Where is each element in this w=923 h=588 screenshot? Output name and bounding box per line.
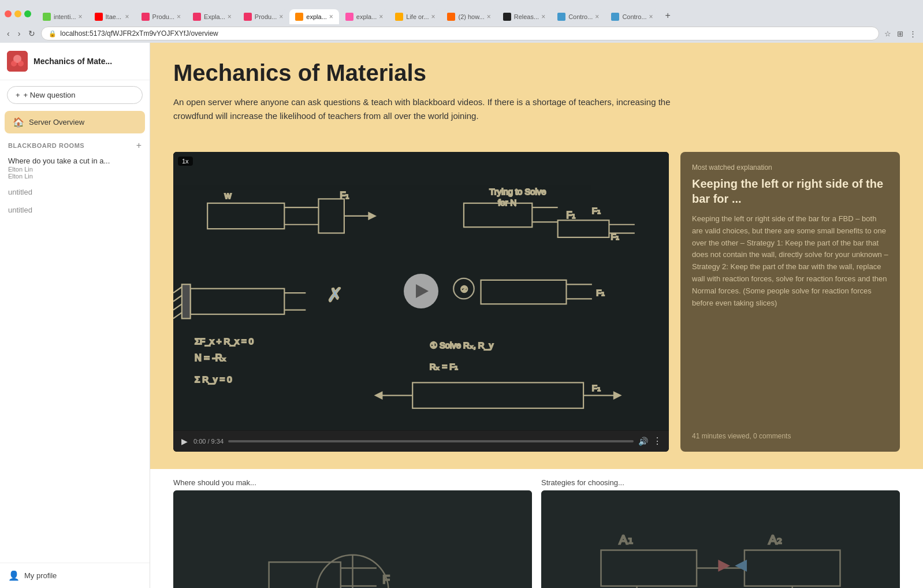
- svg-text:A₂: A₂: [768, 533, 782, 548]
- sidebar-untitled-1[interactable]: untitled: [0, 183, 150, 201]
- new-question-button[interactable]: + + New question: [7, 86, 143, 104]
- tab-title-life: Life or...: [406, 13, 429, 20]
- video-area: w F₁ F₁ Trying to Solve for N: [173, 152, 669, 431]
- tab-favicon-expla3: [345, 13, 353, 21]
- tab-close-intent[interactable]: ×: [79, 13, 83, 21]
- volume-button[interactable]: 🔊: [638, 437, 648, 446]
- tab-release[interactable]: Releas... ×: [497, 9, 551, 24]
- blackboard-rooms-label: BLACKBOARD ROOMS: [8, 142, 84, 149]
- svg-text:for N: for N: [498, 198, 516, 207]
- tab-intent[interactable]: intenti... ×: [37, 9, 88, 24]
- thumbnail-label-1: Where should you mak...: [173, 478, 532, 487]
- tab-favicon-intent: [43, 13, 51, 21]
- back-button[interactable]: ‹: [5, 28, 12, 39]
- tab-close-contro1[interactable]: ×: [595, 13, 599, 21]
- new-tab-button[interactable]: +: [660, 7, 676, 24]
- sidebar-header: Mechanics of Mate...: [0, 43, 150, 80]
- tab-title-expla2: expla...: [306, 13, 326, 20]
- tab-favicon-expla1: [193, 13, 201, 21]
- tab-close-expla2[interactable]: ×: [329, 13, 333, 21]
- address-bar[interactable]: 🔒 localhost:5173/qfWJFR2xTm9vYOJFXYfJ/ov…: [41, 27, 879, 40]
- sidebar: Mechanics of Mate... + + New question 🏠 …: [0, 43, 150, 588]
- play-button[interactable]: [404, 274, 438, 308]
- tab-title-expla3: expla...: [356, 13, 377, 20]
- tab-favicon-life: [395, 13, 403, 21]
- svg-rect-22: [182, 284, 191, 318]
- tab-favicon-contro1: [557, 13, 565, 21]
- svg-text:F: F: [382, 573, 390, 586]
- tab-close-life[interactable]: ×: [431, 13, 435, 21]
- sidebar-footer-profile[interactable]: 👤 My profile: [0, 563, 150, 588]
- server-overview-label: Server Overview: [29, 118, 84, 126]
- tab-close-contro2[interactable]: ×: [649, 13, 653, 21]
- tab-close-how[interactable]: ×: [487, 13, 491, 21]
- video-more-button[interactable]: ⋮: [653, 436, 662, 446]
- tab-close-expla1[interactable]: ×: [228, 13, 232, 21]
- tab-itae[interactable]: Itae... ×: [89, 9, 135, 24]
- thumbnail-item-1[interactable]: Where should you mak... F: [173, 478, 532, 588]
- most-watched-card: Most watched explanation Keeping the lef…: [680, 152, 900, 452]
- home-icon: 🏠: [13, 117, 24, 128]
- play-pause-button[interactable]: ▶: [180, 436, 189, 447]
- user-icon: 👤: [8, 570, 20, 581]
- svg-point-2: [11, 61, 17, 66]
- svg-text:A₁: A₁: [619, 533, 633, 548]
- tab-expla3[interactable]: expla... ×: [340, 9, 389, 24]
- address-bar-container: ‹ › ↻ 🔒 localhost:5173/qfWJFR2xTm9vYOJFX…: [0, 24, 923, 43]
- tab-title-contro1: Contro...: [568, 13, 593, 20]
- minimize-window-btn[interactable]: [14, 10, 21, 17]
- tab-close-itae[interactable]: ×: [125, 13, 129, 21]
- svg-text:Rₓ = F₁: Rₓ = F₁: [430, 362, 459, 371]
- thumbnail-row: Where should you mak... F: [173, 478, 900, 588]
- most-watched-description: Keeping the left or right side of the ba…: [692, 213, 888, 424]
- tab-favicon-yt: [95, 13, 103, 21]
- most-watched-stats: 41 minutes viewed, 0 comments: [692, 432, 888, 440]
- room-author2: Elton Lin: [8, 173, 142, 180]
- hero-section: Mechanics of Materials An open server wh…: [150, 43, 923, 140]
- svg-point-3: [18, 61, 24, 66]
- tab-title-itae: Itae...: [106, 13, 123, 20]
- tab-title-how: (2) how...: [458, 13, 484, 20]
- forward-button[interactable]: ›: [16, 28, 23, 39]
- svg-text:w: w: [224, 190, 232, 200]
- svg-text:F₁: F₁: [596, 288, 605, 297]
- app-container: Mechanics of Mate... + + New question 🏠 …: [0, 43, 923, 588]
- menu-icon[interactable]: ⋮: [907, 28, 918, 39]
- tab-expla2[interactable]: expla... ×: [289, 9, 338, 24]
- tab-produ1[interactable]: Produ... ×: [136, 9, 187, 24]
- tab-produ2[interactable]: Produ... ×: [238, 9, 289, 24]
- svg-text:F₁: F₁: [340, 190, 349, 200]
- main-content: Mechanics of Materials An open server wh…: [150, 43, 923, 588]
- svg-text:F₁: F₁: [592, 384, 601, 393]
- content-grid: w F₁ F₁ Trying to Solve for N: [150, 140, 923, 469]
- add-room-button[interactable]: +: [136, 140, 142, 151]
- maximize-window-btn[interactable]: [24, 10, 31, 17]
- tab-expla1[interactable]: Expla... ×: [187, 9, 237, 24]
- close-window-btn[interactable]: [5, 10, 12, 17]
- room-author: Elton Lin: [8, 166, 142, 173]
- thumbnail-item-2[interactable]: Strategies for choosing... A₁: [541, 478, 900, 588]
- tab-title-expla1: Expla...: [204, 13, 225, 20]
- sidebar-item-server-overview[interactable]: 🏠 Server Overview: [5, 111, 145, 133]
- untitled-label-2: untitled: [8, 206, 32, 214]
- tab-title-produ2: Produ...: [255, 13, 277, 20]
- plus-icon: +: [16, 91, 20, 99]
- page-title: Mechanics of Materials: [173, 60, 900, 86]
- svg-text:① Solve Rₓ, R_y: ① Solve Rₓ, R_y: [430, 341, 494, 350]
- browser-actions: ☆ ⊞ ⋮: [883, 28, 918, 39]
- tab-close-release[interactable]: ×: [541, 13, 545, 21]
- tab-close-produ1[interactable]: ×: [177, 13, 181, 21]
- tab-close-produ2[interactable]: ×: [279, 13, 283, 21]
- reload-button[interactable]: ↻: [26, 28, 38, 39]
- bookmark-icon[interactable]: ☆: [883, 28, 893, 39]
- video-progress-bar[interactable]: [228, 440, 634, 442]
- video-player[interactable]: w F₁ F₁ Trying to Solve for N: [173, 152, 669, 452]
- tab-life[interactable]: Life or... ×: [389, 9, 441, 24]
- tab-how[interactable]: (2) how... ×: [441, 9, 496, 24]
- room-item-where[interactable]: Where do you take a cut in a... Elton Li…: [0, 153, 150, 183]
- sidebar-untitled-2[interactable]: untitled: [0, 201, 150, 219]
- tab-contro1[interactable]: Contro... ×: [552, 9, 605, 24]
- extensions-icon[interactable]: ⊞: [895, 28, 905, 39]
- tab-close-expla3[interactable]: ×: [379, 13, 383, 21]
- tab-contro2[interactable]: Contro... ×: [605, 9, 658, 24]
